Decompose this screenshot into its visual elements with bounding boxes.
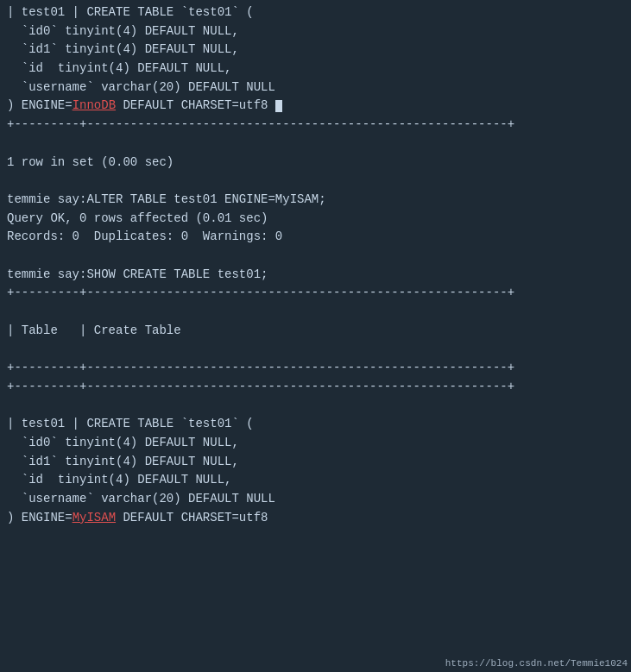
show-command: temmie say:SHOW CREATE TABLE test01;	[0, 266, 631, 285]
table-header: | Table | Create Table	[0, 322, 631, 341]
records-line: Records: 0 Duplicates: 0 Warnings: 0	[0, 228, 631, 247]
terminal-window: | test01 | CREATE TABLE `test01` ( `id0`…	[0, 0, 631, 672]
myisam-highlight: MyISAM	[73, 511, 116, 524]
line-1: | test01 | CREATE TABLE `test01` (	[0, 3, 631, 22]
blank-6	[0, 396, 631, 415]
innodb-highlight: InnoDB	[73, 98, 116, 112]
line-25: `id1` tinyint(4) DEFAULT NULL,	[0, 453, 631, 472]
line-5: `username` varchar(20) DEFAULT NULL	[0, 79, 631, 97]
alter-command: temmie say:ALTER TABLE test01 ENGINE=MyI…	[0, 191, 631, 210]
blank-3	[0, 247, 631, 266]
separator-3: +---------+-----------------------------…	[0, 359, 631, 378]
line-28-myisam: ) ENGINE=MyISAM DEFAULT CHARSET=utf8	[0, 509, 631, 528]
blank-1	[0, 135, 631, 154]
separator-2: +---------+-----------------------------…	[0, 284, 631, 303]
line-27: `username` varchar(20) DEFAULT NULL	[0, 490, 631, 509]
line-2: `id0` tinyint(4) DEFAULT NULL,	[0, 22, 631, 41]
row-result: 1 row in set (0.00 sec)	[0, 154, 631, 173]
line-24: `id0` tinyint(4) DEFAULT NULL,	[0, 434, 631, 453]
separator-4: +---------+-----------------------------…	[0, 378, 631, 397]
query-ok: Query OK, 0 rows affected (0.01 sec)	[0, 210, 631, 229]
line-26: `id tinyint(4) DEFAULT NULL,	[0, 471, 631, 490]
url-bar: https://blog.csdn.net/Temmie1024	[445, 658, 628, 669]
line-23: | test01 | CREATE TABLE `test01` (	[0, 415, 631, 434]
line-6-innodb: ) ENGINE=InnoDB DEFAULT CHARSET=utf8	[0, 97, 631, 116]
line-4: `id tinyint(4) DEFAULT NULL,	[0, 60, 631, 79]
blank-5	[0, 340, 631, 359]
separator-1: +---------+-----------------------------…	[0, 116, 631, 135]
blank-2	[0, 172, 631, 191]
line-3: `id1` tinyint(4) DEFAULT NULL,	[0, 41, 631, 60]
blank-4	[0, 303, 631, 322]
cursor	[275, 100, 282, 112]
